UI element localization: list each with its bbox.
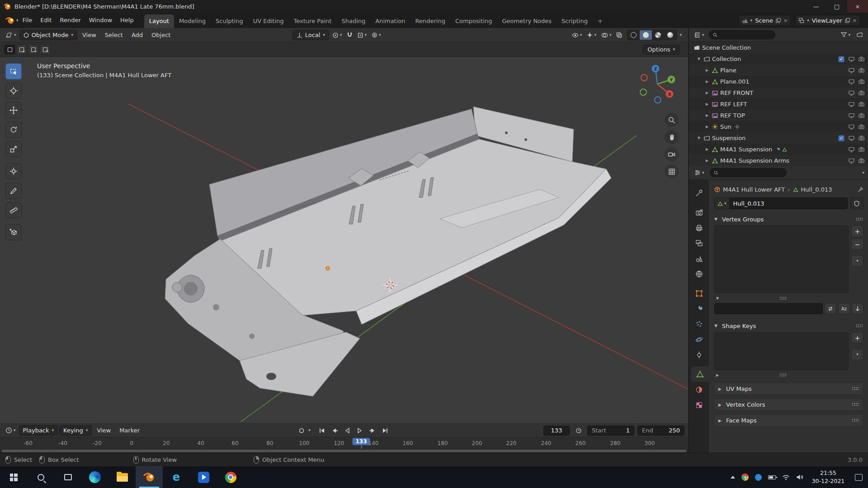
tab-geometry-nodes[interactable]: Geometry Nodes <box>497 14 557 28</box>
tab-animation[interactable]: Animation <box>370 14 410 28</box>
outliner-row-scene-collection[interactable]: Scene Collection <box>689 42 868 53</box>
filter-invert-button[interactable] <box>825 303 836 314</box>
timeline-playhead[interactable]: 133 <box>352 438 370 449</box>
tool-cursor-button[interactable] <box>5 83 22 99</box>
new-view-layer-icon[interactable] <box>845 18 850 23</box>
tray-app-icon[interactable] <box>755 474 762 481</box>
list-resize-grip-icon[interactable] <box>780 374 787 377</box>
pivot-point-dropdown[interactable]: ▾ <box>330 30 344 40</box>
unlink-scene-icon[interactable]: × <box>783 18 788 23</box>
taskbar-file-explorer[interactable] <box>108 466 136 488</box>
tray-expand-icon[interactable] <box>731 476 735 479</box>
menu-edit[interactable]: Edit <box>36 13 56 28</box>
show-gizmo-dropdown[interactable]: ▾ <box>585 30 598 40</box>
properties-options-chevron-icon[interactable]: ▾ <box>862 171 864 175</box>
playback-dropdown[interactable]: Playback▾ <box>19 425 58 436</box>
tool-select-box-button[interactable] <box>5 63 22 80</box>
next-keyframe-button[interactable] <box>367 426 378 436</box>
face-maps-panel-header[interactable]: ▶ Face Maps <box>714 414 863 427</box>
tab-sculpting[interactable]: Sculpting <box>211 14 248 28</box>
tab-physics[interactable] <box>689 332 709 347</box>
tool-add-cube-button[interactable] <box>5 224 22 240</box>
breadcrumb-object[interactable]: M4A1 Hull Lower AFT <box>723 186 785 193</box>
mode-dropdown[interactable]: Object Mode ▾ <box>19 30 77 40</box>
show-overlays-dropdown[interactable]: ▾ <box>599 30 613 40</box>
vertex-groups-panel-header[interactable]: ▼ Vertex Groups <box>714 214 863 225</box>
zoom-button[interactable] <box>665 113 679 127</box>
expand-icon[interactable]: ▶ <box>703 125 711 129</box>
disable-viewport-icon[interactable] <box>849 68 854 73</box>
tab-material[interactable] <box>689 382 709 397</box>
jump-to-start-button[interactable] <box>316 426 328 436</box>
uv-maps-panel-header[interactable]: ▶ UV Maps <box>714 383 863 395</box>
task-view-button[interactable] <box>54 466 81 488</box>
add-shape-key-button[interactable]: + <box>851 332 863 343</box>
disable-render-icon[interactable] <box>859 56 864 61</box>
disable-viewport-icon[interactable] <box>849 113 854 118</box>
view-layer-selector[interactable]: ▾ ViewLayer × <box>795 15 860 26</box>
outliner-editor-type-button[interactable]: ▾ <box>693 30 706 40</box>
tab-modifiers[interactable] <box>689 301 709 316</box>
expand-icon[interactable]: ▶ <box>703 113 711 117</box>
tab-shading[interactable]: Shading <box>336 14 370 28</box>
auto-keying-button[interactable] <box>296 426 307 436</box>
select-extend-button[interactable]: + <box>16 45 27 54</box>
disable-viewport-icon[interactable] <box>849 136 854 141</box>
shape-keys-list[interactable] <box>714 332 849 370</box>
tab-view-layer[interactable] <box>689 235 709 251</box>
3d-scene[interactable] <box>0 57 688 423</box>
snap-settings-dropdown[interactable]: ▾ <box>356 30 368 40</box>
add-workspace-button[interactable]: + <box>593 14 608 28</box>
tab-compositing[interactable]: Compositing <box>450 14 497 28</box>
tab-output[interactable] <box>689 220 709 235</box>
filter-toggle-icon[interactable]: ▼ <box>716 296 719 300</box>
tab-object-data[interactable] <box>691 366 709 382</box>
mesh-name-input[interactable] <box>730 197 848 209</box>
sort-alphabetical-button[interactable]: Az <box>838 303 850 314</box>
outliner-row-ref-front[interactable]: ▶ REF FRONT <box>689 87 868 99</box>
outliner-search-input[interactable] <box>719 32 771 38</box>
shading-wireframe-button[interactable] <box>627 30 640 40</box>
outliner-row-m4a1-suspension[interactable]: ▶ M4A1 Suspension <box>689 144 868 155</box>
tab-world[interactable] <box>689 266 709 282</box>
disable-viewport-icon[interactable] <box>849 147 854 152</box>
tab-rendering[interactable]: Rendering <box>410 14 450 28</box>
sort-reverse-button[interactable] <box>852 303 863 314</box>
timeline-editor-type-button[interactable]: ▾ <box>4 425 18 436</box>
battery-icon[interactable] <box>768 475 776 479</box>
exclude-checkbox[interactable]: ✓ <box>838 135 844 141</box>
expand-icon[interactable]: ▶ <box>703 102 711 106</box>
new-collection-button[interactable] <box>855 30 864 40</box>
taskbar-blender[interactable] <box>136 466 163 488</box>
disable-viewport-icon[interactable] <box>849 79 854 84</box>
outliner-row-plane[interactable]: ▶ Plane <box>689 65 868 76</box>
tab-modeling[interactable]: Modeling <box>174 14 211 28</box>
tool-rotate-button[interactable] <box>5 122 22 138</box>
shading-material-button[interactable] <box>652 30 664 40</box>
taskbar-clock[interactable]: 21:55 30-12-2021 <box>810 469 847 485</box>
disable-render-icon[interactable] <box>859 102 864 107</box>
disable-render-icon[interactable] <box>859 124 864 129</box>
outliner-row-ref-left[interactable]: ▶ REF LEFT <box>689 99 868 110</box>
editor-type-button[interactable]: ▾ <box>4 30 18 40</box>
disable-viewport-icon[interactable] <box>849 102 854 107</box>
shading-solid-button[interactable] <box>640 30 652 40</box>
shape-keys-panel-header[interactable]: ▼ Shape Keys <box>714 320 863 331</box>
keying-dropdown[interactable]: Keying▾ <box>59 425 92 436</box>
remove-view-layer-icon[interactable]: × <box>853 18 857 23</box>
expand-icon[interactable]: ▶ <box>703 147 711 151</box>
maximize-button[interactable]: □ <box>826 0 847 13</box>
action-center-icon[interactable] <box>855 474 863 481</box>
properties-search[interactable] <box>710 168 787 177</box>
tab-uv-editing[interactable]: UV Editing <box>248 14 289 28</box>
viewport-menu-view[interactable]: View <box>79 32 100 38</box>
viewport-menu-object[interactable]: Object <box>148 32 174 38</box>
expand-icon[interactable]: ▶ <box>703 80 711 84</box>
tool-transform-button[interactable] <box>5 163 22 179</box>
outliner-filter-button[interactable]: ▾ <box>839 30 852 40</box>
hull-model[interactable] <box>165 107 611 396</box>
taskbar-media-app[interactable] <box>190 466 217 488</box>
options-dropdown[interactable]: Options ▾ <box>642 45 680 55</box>
tool-annotate-button[interactable] <box>5 183 22 199</box>
proportional-editing-button[interactable]: ▾ <box>370 30 383 40</box>
